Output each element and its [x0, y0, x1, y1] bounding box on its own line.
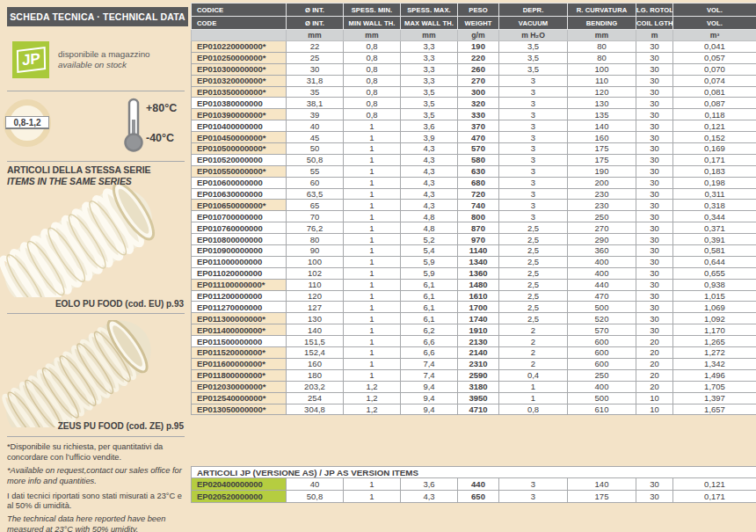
vacuum-cell: 3	[499, 491, 568, 503]
min-wall-cell: 1	[344, 211, 401, 222]
code-cell: EP011400000000*	[192, 324, 287, 336]
coil-length-cell: 10	[636, 392, 673, 404]
volume-cell: 0,074	[673, 75, 756, 86]
coil-length-cell: 30	[636, 188, 673, 200]
table-row: EP010220000000* 22 0,8 3,3 190 3,5 80 30…	[192, 41, 756, 53]
column-unit	[192, 30, 287, 41]
volume-cell: 0,118	[673, 109, 756, 120]
bending-cell: 500	[568, 392, 636, 404]
vacuum-cell: 3,5	[499, 63, 568, 75]
max-wall-cell: 4,3	[401, 491, 458, 503]
as-section-header: ARTICOLI JP (VERSIONE AS) / JP AS VERSIO…	[192, 467, 756, 478]
column-header-en: CODE	[192, 17, 287, 30]
vacuum-cell: 3	[499, 75, 568, 86]
weight-cell: 630	[458, 165, 499, 177]
inner-diameter-cell: 22	[287, 41, 344, 53]
spec-table: CODICEØ INT.SPESS. MIN.SPESS. MAX.PESODE…	[191, 3, 756, 415]
code-cell: EP010300000000*	[192, 63, 287, 75]
bending-cell: 360	[568, 245, 636, 257]
volume-cell: 0,938	[673, 279, 756, 290]
table-row: EP010500000000* 50 1 4,3 570 3 175 30 0,…	[192, 143, 756, 155]
stock-text: disponibile a magazzino available on sto…	[58, 49, 150, 70]
vacuum-cell: 3	[499, 154, 568, 165]
column-header-en: VACUUM	[499, 17, 568, 30]
bending-cell: 250	[568, 211, 636, 222]
column-unit: mm	[287, 30, 344, 41]
weight-cell: 1740	[458, 313, 499, 324]
coil-length-cell: 30	[636, 491, 673, 503]
table-row: EP010380000000 38,1 0,8 3,5 320 3 130 30…	[192, 98, 756, 109]
max-wall-cell: 5,2	[401, 234, 458, 245]
vacuum-cell: 3	[499, 188, 568, 200]
min-wall-cell: 0,8	[344, 41, 401, 53]
coil-length-cell: 30	[636, 211, 673, 222]
coil-length-cell: 20	[636, 336, 673, 347]
coil-length-cell: 30	[636, 154, 673, 165]
min-wall-cell: 0,8	[344, 86, 401, 98]
volume-cell: 0,655	[673, 267, 756, 279]
table-row: EP010700000000 70 1 4,8 800 3 250 30 0,3…	[192, 211, 756, 222]
volume-cell: 1,657	[673, 404, 756, 415]
volume-cell: 0,371	[673, 222, 756, 234]
weight-ring-icon: 0,8-1,2	[4, 99, 51, 147]
weight-cell: 740	[458, 200, 499, 211]
vacuum-cell: 3	[499, 211, 568, 222]
weight-cell: 300	[458, 86, 499, 98]
coil-length-cell: 20	[636, 358, 673, 369]
table-row: EP010800000000 80 1 5,2 970 2,5 290 30 0…	[192, 234, 756, 245]
weight-cell: 650	[458, 491, 499, 503]
table-row: EP010320000000* 31,8 0,8 3,3 270 3 110 3…	[192, 75, 756, 86]
bending-cell: 290	[568, 234, 636, 245]
table-row: EP010900000000 90 1 5,4 1140 2,5 360 30 …	[192, 245, 756, 257]
table-row: EP012030000000* 203,2 1,2 9,4 3180 1 400…	[192, 381, 756, 392]
min-wall-cell: 1,2	[344, 404, 401, 415]
code-cell: EP013050000000*	[192, 404, 287, 415]
bending-cell: 140	[568, 120, 636, 132]
min-wall-cell: 1	[344, 279, 401, 290]
weight-cell: 270	[458, 75, 499, 86]
inner-diameter-cell: 50,8	[287, 154, 344, 165]
min-wall-cell: 1	[344, 313, 401, 324]
inner-diameter-cell: 40	[287, 478, 344, 491]
volume-cell: 0,318	[673, 200, 756, 211]
vacuum-cell: 2	[499, 347, 568, 359]
as-table-row: EP020400000000 40 1 3,6 440 3 140 30 0,1…	[192, 478, 756, 491]
volume-cell: 1,705	[673, 381, 756, 392]
stock-line-it: disponibile a magazzino	[58, 49, 150, 60]
code-cell: EP010450000000*	[192, 132, 287, 143]
table-row: EP011000000000 100 1 5,9 1340 2,5 400 30…	[192, 256, 756, 267]
stock-line-en: available on stock	[58, 60, 150, 70]
column-header-en: COIL LGTH.	[636, 17, 673, 30]
volume-cell: 0,169	[673, 143, 756, 155]
vacuum-cell: 2,5	[499, 302, 568, 313]
spec-table-body: EP010220000000* 22 0,8 3,3 190 3,5 80 30…	[192, 41, 756, 415]
hose-photo-eolo	[0, 185, 176, 297]
code-cell: EP020400000000	[192, 478, 287, 491]
min-wall-cell: 1	[344, 336, 401, 347]
vacuum-cell: 2	[499, 324, 568, 336]
as-table-row: EP020520000000 50,8 1 4,3 650 3 175 30 0…	[192, 491, 756, 503]
code-cell: EP011200000000	[192, 290, 287, 302]
table-row: EP011800000000* 180 1 7,4 2590 0,4 250 2…	[192, 369, 756, 381]
footnote-availability-en: *Available on request,contact our sales …	[7, 466, 190, 487]
inner-diameter-cell: 304,8	[287, 404, 344, 415]
max-wall-cell: 4,3	[401, 154, 458, 165]
bending-cell: 190	[568, 165, 636, 177]
weight-cell: 2140	[458, 347, 499, 359]
code-cell: EP010320000000*	[192, 75, 287, 86]
vacuum-cell: 2,5	[499, 279, 568, 290]
min-wall-cell: 0,8	[344, 75, 401, 86]
table-row: EP010760000000 76,2 1 4,8 870 2,5 270 30…	[192, 222, 756, 234]
column-unit: g/m	[458, 30, 499, 41]
min-wall-cell: 1	[344, 222, 401, 234]
min-wall-cell: 1	[344, 302, 401, 313]
bending-cell: 230	[568, 188, 636, 200]
column-header-en: MIN WALL TH.	[344, 17, 401, 30]
max-wall-cell: 3,3	[401, 75, 458, 86]
bending-cell: 600	[568, 347, 636, 359]
coil-length-cell: 30	[636, 143, 673, 155]
max-wall-cell: 3,3	[401, 41, 458, 53]
min-wall-cell: 1	[344, 267, 401, 279]
weight-cell: 570	[458, 143, 499, 155]
code-cell: EP012540000000*	[192, 392, 287, 404]
